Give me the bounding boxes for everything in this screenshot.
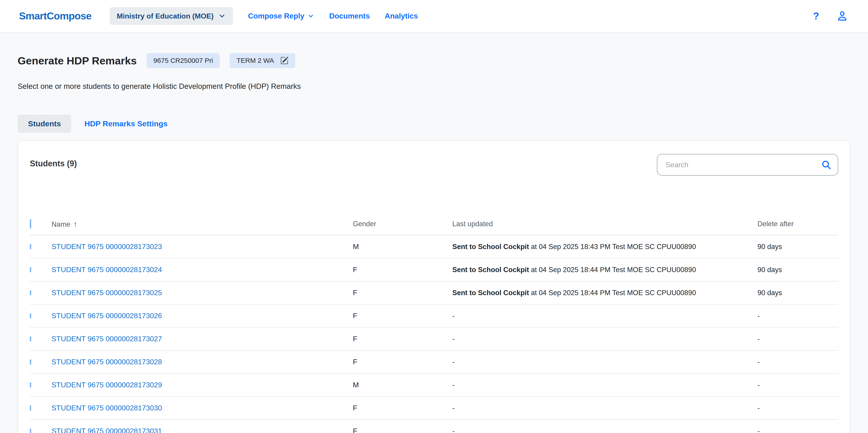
last-updated-cell: Sent to School Cockpit at 04 Sep 2025 18… (452, 289, 757, 297)
gender-cell: F (353, 266, 452, 274)
help-icon[interactable]: ? (813, 10, 819, 22)
students-table: Name↑ Gender Last updated Delete after S… (30, 213, 838, 433)
gender-cell: F (353, 335, 452, 343)
chevron-down-icon (218, 12, 226, 20)
nav-compose-reply-label: Compose Reply (248, 12, 304, 20)
delete-after-cell: - (757, 358, 838, 366)
term-badge-label: TERM 2 WA (237, 57, 274, 64)
delete-after-cell: - (757, 404, 838, 412)
app-logo: SmartCompose (19, 10, 92, 22)
students-card: Students (9) Name↑ Gender Last updated D… (18, 140, 850, 433)
term-badge: TERM 2 WA (230, 53, 295, 68)
table-row: STUDENT 9675 00000028173028 F - - (30, 350, 838, 373)
gender-cell: F (353, 427, 452, 433)
column-header-gender[interactable]: Gender (353, 220, 452, 228)
delete-after-cell: 90 days (757, 243, 838, 251)
gender-cell: M (353, 243, 452, 251)
row-checkbox[interactable] (30, 267, 31, 272)
student-name-link[interactable]: STUDENT 9675 00000028173030 (52, 404, 162, 412)
gender-cell: M (353, 381, 452, 389)
nav-documents-label: Documents (329, 12, 370, 20)
row-checkbox[interactable] (30, 290, 31, 296)
column-header-name[interactable]: Name↑ (52, 220, 353, 228)
row-checkbox[interactable] (30, 313, 31, 318)
row-checkbox[interactable] (30, 244, 31, 249)
table-row: STUDENT 9675 00000028173030 F - - (30, 396, 838, 419)
last-updated-cell: - (452, 312, 757, 320)
table-row: STUDENT 9675 00000028173027 F - - (30, 327, 838, 350)
table-row: STUDENT 9675 00000028173029 M - - (30, 373, 838, 396)
nav-analytics[interactable]: Analytics (385, 12, 418, 20)
card-header: Students (9) (30, 141, 838, 176)
delete-after-cell: 90 days (757, 289, 838, 297)
nav-analytics-label: Analytics (385, 12, 418, 20)
delete-after-cell: - (757, 427, 838, 433)
gender-cell: F (353, 288, 452, 297)
sort-asc-icon: ↑ (73, 220, 77, 228)
students-count-heading: Students (9) (30, 159, 77, 168)
table-row: STUDENT 9675 00000028173026 F - - (30, 304, 838, 327)
table-row: STUDENT 9675 00000028173024 F Sent to Sc… (30, 258, 838, 281)
tab-bar: Students HDP Remarks Settings (18, 115, 850, 133)
tab-hdp-remarks-settings[interactable]: HDP Remarks Settings (84, 119, 167, 128)
gender-cell: F (353, 358, 452, 366)
class-badge: 9675 CR250007 Pri (147, 53, 220, 68)
delete-after-cell: - (757, 312, 838, 320)
table-header-row: Name↑ Gender Last updated Delete after (30, 213, 838, 235)
search-box (657, 154, 838, 176)
last-updated-cell: - (452, 404, 757, 412)
last-updated-cell: Sent to School Cockpit at 04 Sep 2025 18… (452, 243, 757, 251)
class-badge-label: 9675 CR250007 Pri (153, 57, 213, 64)
row-checkbox[interactable] (30, 429, 31, 433)
user-icon[interactable] (836, 10, 848, 22)
student-name-link[interactable]: STUDENT 9675 00000028173029 (52, 381, 162, 389)
delete-after-cell: 90 days (757, 266, 838, 274)
page-title: Generate HDP Remarks (18, 55, 137, 67)
page-title-row: Generate HDP Remarks 9675 CR250007 Pri T… (18, 53, 850, 68)
student-name-link[interactable]: STUDENT 9675 00000028173027 (52, 335, 162, 343)
table-row: STUDENT 9675 00000028173025 F Sent to Sc… (30, 281, 838, 304)
search-input[interactable] (657, 154, 838, 176)
student-name-link[interactable]: STUDENT 9675 00000028173026 (52, 312, 162, 320)
tab-students[interactable]: Students (18, 115, 71, 133)
org-selector-dropdown[interactable]: Ministry of Education (MOE) (110, 7, 233, 25)
main-content: Generate HDP Remarks 9675 CR250007 Pri T… (0, 53, 868, 433)
delete-after-cell: - (757, 381, 838, 389)
column-header-delete-after[interactable]: Delete after (757, 220, 838, 228)
row-checkbox[interactable] (30, 382, 31, 388)
student-name-link[interactable]: STUDENT 9675 00000028173023 (52, 243, 162, 251)
org-selector-label: Ministry of Education (MOE) (117, 12, 214, 20)
page-subtitle: Select one or more students to generate … (18, 82, 850, 91)
top-navbar: SmartCompose Ministry of Education (MOE)… (0, 0, 868, 33)
table-row: STUDENT 9675 00000028173031 F - - (30, 419, 838, 433)
select-all-checkbox[interactable] (30, 219, 31, 228)
student-name-link[interactable]: STUDENT 9675 00000028173025 (52, 288, 162, 297)
table-row: STUDENT 9675 00000028173023 M Sent to Sc… (30, 235, 838, 258)
gender-cell: F (353, 312, 452, 320)
last-updated-cell: - (452, 381, 757, 389)
delete-after-cell: - (757, 335, 838, 343)
row-checkbox[interactable] (30, 359, 31, 365)
search-icon[interactable] (821, 159, 831, 170)
nav-compose-reply[interactable]: Compose Reply (248, 12, 314, 20)
edit-term-icon[interactable] (280, 57, 288, 65)
student-name-link[interactable]: STUDENT 9675 00000028173028 (52, 358, 162, 366)
last-updated-cell: - (452, 335, 757, 343)
chevron-down-icon (307, 13, 314, 20)
column-header-last-updated[interactable]: Last updated (452, 220, 757, 228)
last-updated-cell: - (452, 358, 757, 366)
gender-cell: F (353, 404, 452, 412)
student-name-link[interactable]: STUDENT 9675 00000028173024 (52, 266, 162, 274)
last-updated-cell: Sent to School Cockpit at 04 Sep 2025 18… (452, 266, 757, 274)
last-updated-cell: - (452, 427, 757, 433)
student-name-link[interactable]: STUDENT 9675 00000028173031 (52, 427, 162, 433)
nav-documents[interactable]: Documents (329, 12, 370, 20)
row-checkbox[interactable] (30, 336, 31, 341)
table-body: STUDENT 9675 00000028173023 M Sent to Sc… (30, 235, 838, 433)
row-checkbox[interactable] (30, 405, 31, 411)
